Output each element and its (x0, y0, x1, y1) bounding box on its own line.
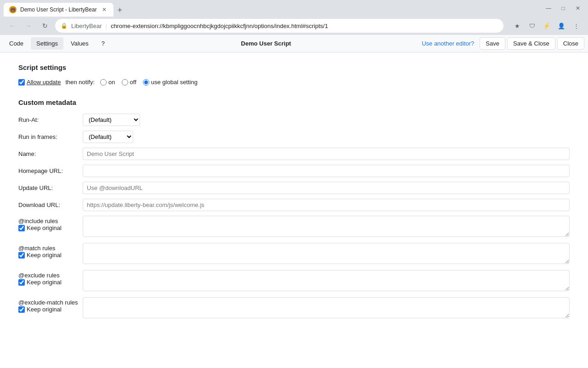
run-at-label: Run-At: (18, 114, 83, 123)
allow-update-row: Allow update then notify: on off use glo… (18, 79, 570, 86)
reload-button[interactable]: ↻ (39, 19, 51, 32)
notify-global-option[interactable]: use global setting (143, 79, 198, 86)
use-another-editor-link[interactable]: Use another editor? (422, 40, 474, 47)
tab-title: Demo User Script - LibertyBear (20, 6, 97, 13)
tab-settings[interactable]: Settings (31, 37, 63, 50)
notify-global-label: use global setting (151, 79, 198, 86)
close-window-button[interactable]: ✕ (571, 2, 584, 15)
notify-on-label: on (108, 79, 115, 86)
include-keep-original-text: Keep original (27, 224, 62, 231)
forward-button[interactable]: → (22, 19, 35, 32)
allow-update-checkbox-label[interactable]: Allow update (18, 79, 61, 86)
exclude-rules-control (83, 270, 570, 293)
exclude-match-rules-control (83, 297, 570, 320)
exclude-match-keep-original-text: Keep original (27, 306, 62, 313)
homepage-url-label: Homepage URL: (18, 165, 83, 174)
name-label: Name: (18, 148, 83, 157)
include-rules-label-area: @include rules Keep original (18, 216, 83, 231)
then-notify-label: then notify: (65, 79, 95, 86)
match-keep-original-text: Keep original (27, 252, 62, 259)
update-url-control (83, 182, 570, 194)
notify-radio-group: on off use global setting (100, 79, 198, 86)
exclude-match-rules-label-area: @exclude-match rules Keep original (18, 297, 83, 313)
match-rules-label: @match rules (18, 245, 83, 252)
bookmark-button[interactable]: ★ (511, 19, 524, 32)
site-label: LibertyBear (71, 23, 102, 29)
exclude-keep-original-label[interactable]: Keep original (18, 279, 83, 286)
exclude-rules-textarea[interactable] (83, 270, 570, 291)
allow-update-checkbox[interactable] (18, 79, 25, 86)
minimize-button[interactable]: — (542, 2, 555, 15)
main-content: Script settings Allow update then notify… (0, 52, 588, 368)
exclude-match-keep-original-label[interactable]: Keep original (18, 306, 83, 313)
download-url-label: Download URL: (18, 199, 83, 208)
menu-button[interactable]: ⋮ (570, 19, 582, 32)
allow-update-text: Allow update (27, 79, 61, 86)
download-url-input[interactable] (83, 199, 570, 211)
match-keep-original-label[interactable]: Keep original (18, 252, 83, 259)
notify-off-option[interactable]: off (122, 79, 136, 86)
divider: | (105, 23, 107, 29)
script-settings-section: Script settings Allow update then notify… (18, 63, 570, 86)
new-tab-button[interactable]: + (113, 4, 126, 17)
tab-values[interactable]: Values (65, 37, 94, 50)
match-rules-label-area: @match rules Keep original (18, 243, 83, 259)
update-url-label: Update URL: (18, 182, 83, 191)
exclude-rules-label: @exclude rules (18, 272, 83, 279)
include-keep-original-checkbox[interactable] (18, 225, 25, 231)
run-in-frames-control: (Default) true false (83, 131, 570, 143)
run-at-select[interactable]: (Default) document-start document-end do… (83, 114, 140, 126)
notify-on-option[interactable]: on (100, 79, 115, 86)
run-in-frames-label: Run in frames: (18, 131, 83, 140)
tab-code[interactable]: Code (4, 37, 29, 50)
match-keep-original-checkbox[interactable] (18, 252, 25, 259)
tab-favicon: 🐻 (9, 6, 17, 13)
include-rules-textarea[interactable] (83, 216, 570, 237)
homepage-url-input[interactable] (83, 165, 570, 177)
notify-on-radio[interactable] (100, 79, 107, 86)
download-url-row: Download URL: (18, 199, 570, 211)
download-url-control (83, 199, 570, 211)
browser-tab[interactable]: 🐻 Demo User Script - LibertyBear ✕ (4, 3, 113, 17)
exclude-rules-label-area: @exclude rules Keep original (18, 270, 83, 286)
close-button[interactable]: Close (557, 37, 584, 50)
run-at-row: Run-At: (Default) document-start documen… (18, 114, 570, 126)
save-close-button[interactable]: Save & Close (507, 37, 555, 50)
update-url-input[interactable] (83, 182, 570, 194)
tab-close-button[interactable]: ✕ (101, 6, 108, 13)
homepage-url-row: Homepage URL: (18, 165, 570, 177)
name-input[interactable] (83, 148, 570, 160)
back-button[interactable]: ← (6, 19, 18, 32)
tab-help[interactable]: ? (96, 37, 110, 50)
notify-off-radio[interactable] (122, 79, 128, 86)
homepage-url-control (83, 165, 570, 177)
profile-button[interactable]: 👤 (555, 19, 568, 32)
run-at-control: (Default) document-start document-end do… (83, 114, 570, 126)
update-url-row: Update URL: (18, 182, 570, 194)
editor-title: Demo User Script (112, 40, 420, 47)
exclude-match-rules-row: @exclude-match rules Keep original (18, 297, 570, 320)
address-text: chrome-extension://kbmpliggoocnhbcjkgdoj… (111, 23, 498, 29)
include-rules-control (83, 216, 570, 238)
exclude-match-rules-textarea[interactable] (83, 297, 570, 318)
exclude-rules-row: @exclude rules Keep original (18, 270, 570, 293)
exclude-keep-original-checkbox[interactable] (18, 279, 25, 286)
name-row: Name: (18, 148, 570, 160)
exclude-match-keep-original-checkbox[interactable] (18, 306, 25, 313)
notify-global-radio[interactable] (143, 79, 149, 86)
match-rules-control (83, 243, 570, 265)
maximize-button[interactable]: □ (557, 2, 570, 15)
exclude-match-rules-label: @exclude-match rules (18, 299, 83, 306)
exclude-keep-original-text: Keep original (27, 279, 62, 286)
name-control (83, 148, 570, 160)
extensions-button[interactable]: ⚡ (540, 19, 553, 32)
custom-metadata-title: Custom metadata (18, 98, 570, 106)
save-button[interactable]: Save (480, 37, 505, 50)
address-bar[interactable]: 🔒 LibertyBear | chrome-extension://kbmpl… (55, 19, 503, 33)
custom-metadata-section: Custom metadata Run-At: (Default) docume… (18, 98, 570, 320)
include-keep-original-label[interactable]: Keep original (18, 224, 83, 231)
match-rules-textarea[interactable] (83, 243, 570, 264)
extension-shield-button[interactable]: 🛡 (526, 19, 538, 32)
run-in-frames-select[interactable]: (Default) true false (83, 131, 133, 143)
run-in-frames-row: Run in frames: (Default) true false (18, 131, 570, 143)
